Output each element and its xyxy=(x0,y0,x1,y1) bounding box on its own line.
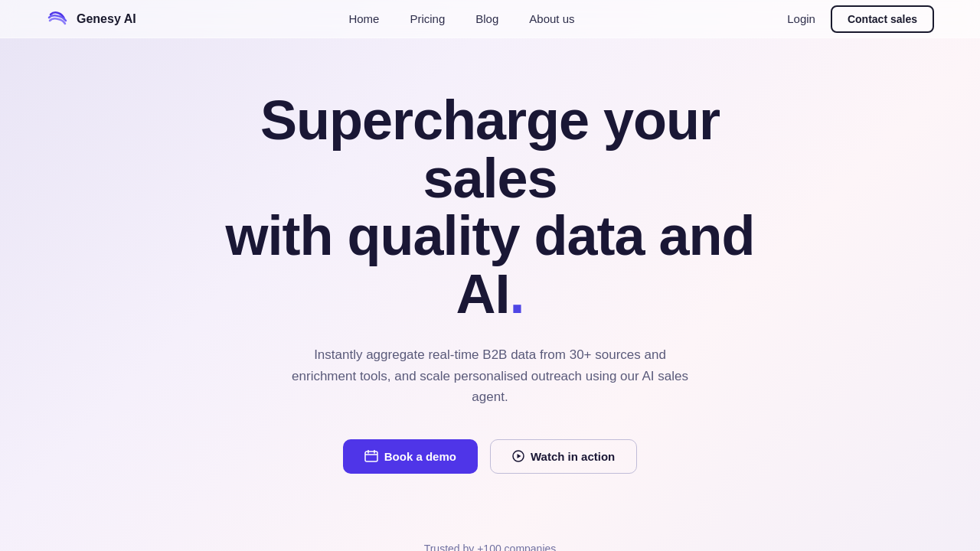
trusted-section: Trusted by +100 companies metricool PVca… xyxy=(46,527,934,551)
watch-action-button[interactable]: Watch in action xyxy=(490,439,637,474)
contact-sales-button[interactable]: Contact sales xyxy=(831,5,934,33)
calendar-icon xyxy=(364,450,378,462)
hero-title: Supercharge your sales with quality data… xyxy=(191,92,789,323)
svg-marker-5 xyxy=(517,454,521,458)
play-icon xyxy=(512,450,524,462)
nav-item-pricing[interactable]: Pricing xyxy=(410,12,445,25)
nav-links: Home Pricing Blog About us xyxy=(348,12,574,26)
svg-rect-0 xyxy=(365,452,377,461)
nav-right: Login Contact sales xyxy=(787,5,934,33)
logo-icon xyxy=(46,7,70,31)
title-dot: . xyxy=(509,263,524,324)
nav-item-blog[interactable]: Blog xyxy=(475,12,498,25)
book-demo-button[interactable]: Book a demo xyxy=(343,439,478,474)
navbar: Genesy AI Home Pricing Blog About us Log… xyxy=(0,0,980,38)
hero-buttons: Book a demo Watch in action xyxy=(46,439,934,474)
hero-subtitle: Instantly aggregate real-time B2B data f… xyxy=(283,344,697,407)
nav-item-about[interactable]: About us xyxy=(529,12,574,25)
logo-text: Genesy AI xyxy=(77,12,136,26)
logo[interactable]: Genesy AI xyxy=(46,7,136,31)
login-link[interactable]: Login xyxy=(787,12,815,25)
hero-section: Supercharge your sales with quality data… xyxy=(0,38,980,551)
nav-item-home[interactable]: Home xyxy=(348,12,379,25)
trusted-label: Trusted by +100 companies xyxy=(46,543,934,551)
